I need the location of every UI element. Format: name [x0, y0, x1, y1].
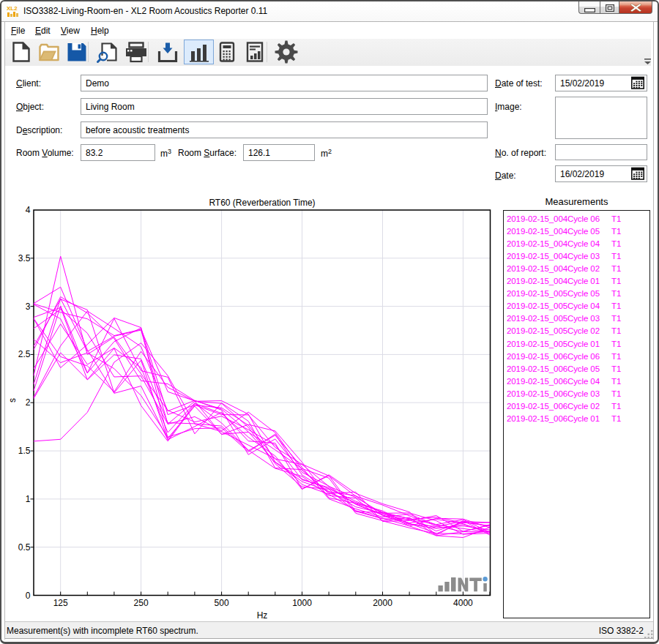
svg-text:125: 125: [53, 598, 68, 608]
svg-text:2.5: 2.5: [18, 349, 31, 359]
svg-text:1000: 1000: [292, 598, 312, 608]
svg-text:0: 0: [26, 591, 31, 601]
svg-text:1.5: 1.5: [18, 446, 31, 456]
svg-text:3: 3: [26, 302, 31, 312]
svg-text:4: 4: [26, 205, 31, 215]
svg-text:RT60 (Reverberation Time): RT60 (Reverberation Time): [209, 198, 315, 208]
svg-text:XL2: XL2: [7, 5, 18, 12]
svg-text:s: s: [7, 398, 18, 402]
svg-text:500: 500: [215, 598, 229, 608]
svg-text:4000: 4000: [453, 598, 473, 608]
svg-text:1: 1: [26, 494, 31, 504]
svg-text:250: 250: [134, 598, 149, 608]
svg-text:2: 2: [26, 397, 31, 408]
svg-text:2000: 2000: [373, 598, 392, 608]
svg-text:3.5: 3.5: [18, 253, 31, 263]
svg-text:Hz: Hz: [257, 610, 268, 621]
svg-text:0.5: 0.5: [18, 542, 31, 553]
